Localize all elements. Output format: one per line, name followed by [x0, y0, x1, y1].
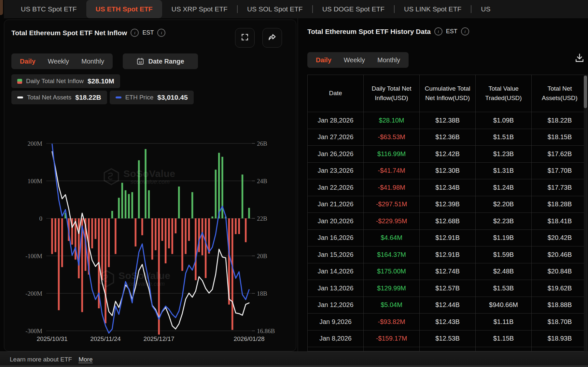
row-value-cell: $1.09B: [476, 112, 532, 129]
row-date-cell: Jan 14,2026: [308, 263, 364, 280]
legend-value: $18.22B: [75, 94, 101, 101]
legend-item-total-net-assets[interactable]: Total Net Assets$18.22B: [11, 91, 107, 104]
legend-value: $28.10M: [88, 77, 114, 85]
row-value-cell: $5.04M: [364, 297, 420, 314]
x-axis-tick: 2025/11/24: [90, 335, 121, 342]
column-header: Total Value Traded(USD): [476, 75, 532, 112]
row-value-cell: $1.53B: [476, 280, 532, 297]
row-value-cell: $12.68B: [420, 213, 476, 230]
row-value-cell: $12.53B: [420, 330, 476, 347]
row-value-cell: $18.70B: [532, 314, 587, 330]
download-icon: [574, 52, 585, 65]
footer-more-link[interactable]: More: [78, 356, 92, 363]
tab-us-sol-spot-etf[interactable]: US SOL Spot ETF: [238, 0, 312, 18]
blue-dash-icon: [116, 96, 121, 98]
bottom-scrollbar-strip[interactable]: [0, 365, 588, 367]
row-value-cell: $4.64M: [364, 230, 420, 247]
legend-item-daily-total-net-inflow[interactable]: Daily Total Net Inflow$28.10M: [11, 74, 120, 88]
row-value-cell: $1.24B: [476, 179, 532, 196]
row-value-cell: $18.22B: [532, 112, 587, 129]
period-option-weekly[interactable]: Weekly: [48, 58, 69, 65]
row-value-cell: $175.00M: [364, 263, 420, 280]
table-panel-title: Total Ethereum Spot ETF History Data: [307, 28, 431, 36]
row-value-cell: $12.43B: [420, 314, 476, 330]
share-icon: [268, 33, 277, 43]
row-value-cell: $18.28B: [532, 196, 587, 213]
row-value-cell: $1.59B: [476, 246, 532, 263]
info-icon[interactable]: [131, 29, 139, 37]
table-scrollbar-track[interactable]: [584, 75, 587, 351]
period-option-monthly[interactable]: Monthly: [377, 56, 400, 64]
share-button[interactable]: [262, 28, 282, 48]
left-axis-tick: 200M: [28, 140, 43, 147]
period-option-monthly[interactable]: Monthly: [81, 58, 104, 65]
fullscreen-button[interactable]: [235, 28, 255, 48]
row-value-cell: $12.39B: [420, 196, 476, 213]
row-value-cell: $1.11B: [476, 314, 532, 330]
corner-artifact: [0, 0, 3, 15]
right-axis-tick: 26B: [257, 140, 267, 147]
row-value-cell: $1.15B: [476, 330, 532, 347]
table-period-switcher: DailyWeeklyMonthly: [307, 52, 409, 68]
row-value-cell: $17.73B: [532, 179, 587, 196]
date-range-button[interactable]: 12 Date Range: [123, 53, 198, 69]
row-date-cell: Jan 7,2026: [308, 347, 364, 351]
row-value-cell: -$297.51M: [364, 196, 420, 213]
legend-item-eth-price[interactable]: ETH Price$3,010.45: [110, 91, 194, 104]
x-axis-tick: 2025/12/17: [144, 335, 175, 342]
download-button[interactable]: [572, 51, 587, 66]
date-range-label: Date Range: [148, 58, 184, 65]
tab-us-xrp-spot-etf[interactable]: US XRP Spot ETF: [162, 0, 237, 18]
tab-us-eth-spot-etf[interactable]: US ETH Spot ETF: [86, 0, 162, 18]
info-icon[interactable]: [461, 27, 469, 36]
footer-text: Learn more about ETF: [10, 356, 72, 363]
tab-us-btc-spot-etf[interactable]: US BTC Spot ETF: [11, 0, 86, 18]
row-value-cell: $116.99M: [364, 146, 420, 163]
row-date-cell: Jan 13,2026: [308, 280, 364, 297]
net-inflow-chart: 200M26B100M24B022B-100M20B-200M18B-300M1…: [4, 121, 296, 345]
row-value-cell: $12.30B: [420, 163, 476, 180]
row-value-cell: $20.84B: [532, 263, 587, 280]
calendar-icon: 12: [136, 57, 144, 65]
info-icon[interactable]: [434, 27, 442, 36]
row-value-cell: $12.36B: [420, 129, 476, 146]
row-value-cell: $1.51B: [476, 129, 532, 146]
row-date-cell: Jan 9,2026: [308, 314, 364, 330]
row-value-cell: -$41.74M: [364, 163, 420, 180]
legend-label: Total Net Assets: [27, 94, 71, 101]
white-dash-icon: [17, 96, 23, 98]
period-option-daily[interactable]: Daily: [20, 58, 35, 65]
row-value-cell: $1.19B: [476, 230, 532, 247]
row-value-cell: $12.69B: [420, 347, 476, 351]
right-axis-tick: 24B: [257, 178, 267, 184]
tab-us-doge-spot-etf[interactable]: US DOGE Spot ETF: [313, 0, 394, 18]
row-value-cell: -$98.45M: [364, 347, 420, 351]
legend-label: Daily Total Net Inflow: [26, 78, 84, 85]
row-value-cell: $12.57B: [420, 280, 476, 297]
period-option-daily[interactable]: Daily: [316, 56, 331, 64]
period-option-weekly[interactable]: Weekly: [344, 56, 365, 64]
row-value-cell: -$93.82M: [364, 314, 420, 330]
info-icon[interactable]: [157, 29, 165, 37]
row-value-cell: $2.23B: [476, 213, 532, 230]
row-value-cell: $940.66M: [476, 297, 532, 314]
row-date-cell: Jan 8,2026: [308, 330, 364, 347]
table-scrollbar-thumb[interactable]: [584, 76, 587, 108]
row-value-cell: $19.31B: [532, 347, 587, 351]
row-value-cell: $18.41B: [532, 213, 587, 230]
row-value-cell: $1.31B: [476, 163, 532, 180]
chart-panel-title: Total Ethereum Spot ETF Net Inflow: [11, 29, 127, 37]
row-value-cell: $1.30B: [476, 347, 532, 351]
right-axis-tick: 20B: [257, 253, 267, 259]
row-value-cell: $12.91B: [420, 230, 476, 247]
row-value-cell: $17.70B: [532, 163, 587, 180]
column-header: Date: [308, 75, 364, 112]
tab-us[interactable]: US: [471, 0, 500, 18]
tab-us-link-spot-etf[interactable]: US LINK Spot ETF: [395, 0, 471, 18]
row-value-cell: -$159.17M: [364, 330, 420, 347]
chart-period-switcher: DailyWeeklyMonthly: [11, 53, 113, 69]
legend-label: ETH Price: [125, 94, 154, 101]
row-date-cell: Jan 22,2026: [308, 179, 364, 196]
left-axis-tick: -100M: [25, 253, 42, 259]
left-axis-tick: -200M: [25, 290, 42, 297]
